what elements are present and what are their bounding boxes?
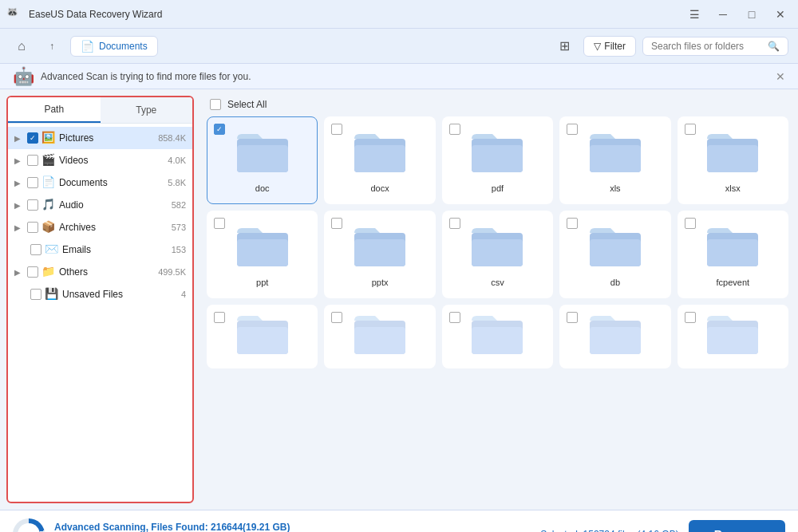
breadcrumb-label: Documents <box>99 41 148 52</box>
file-label-db: db <box>610 278 620 287</box>
card-checkbox-doc[interactable]: ✓ <box>214 124 225 135</box>
menu-button[interactable]: ☰ <box>683 3 705 26</box>
tab-path[interactable]: Path <box>8 97 101 123</box>
grid-view-button[interactable]: ⊞ <box>551 33 577 59</box>
file-card-pptx[interactable]: pptx <box>324 211 435 298</box>
file-card-db[interactable]: db <box>559 211 670 298</box>
sidebar-item-audio[interactable]: ▶ 🎵 Audio 582 <box>8 194 192 216</box>
select-all-checkbox[interactable] <box>210 99 221 110</box>
checkbox-others[interactable] <box>27 266 38 278</box>
folder-icon-fcpevent <box>705 219 760 271</box>
breadcrumb[interactable]: 📄 Documents <box>70 36 158 57</box>
folder-svg-db <box>588 222 642 270</box>
file-label-doc: doc <box>255 183 270 193</box>
checkbox-documents[interactable] <box>27 177 38 188</box>
card-checkbox-r3c3[interactable] <box>449 312 460 323</box>
file-card-doc[interactable]: ✓ doc <box>207 116 318 204</box>
sidebar-item-unsaved[interactable]: 💾 Unsaved Files 4 <box>8 283 192 305</box>
checkbox-videos[interactable] <box>27 155 38 166</box>
card-checkbox-csv[interactable] <box>449 218 460 229</box>
folder-svg-pptx <box>353 222 407 270</box>
svg-rect-1 <box>237 145 288 172</box>
progress-pct: 21% <box>18 523 40 533</box>
checkbox-audio[interactable] <box>27 199 38 211</box>
file-card-r3c3[interactable] <box>442 305 553 368</box>
notification-close[interactable]: ✕ <box>776 70 785 83</box>
home-button[interactable]: ⌂ <box>10 34 34 58</box>
maximize-button[interactable]: □ <box>741 3 763 26</box>
folder-icon-r3c3 <box>469 313 525 353</box>
archives-count: 573 <box>172 223 186 232</box>
file-card-docx[interactable]: docx <box>324 116 435 204</box>
svg-rect-21 <box>237 327 288 354</box>
recover-button[interactable]: Recover <box>689 520 785 533</box>
file-card-pdf[interactable]: pdf <box>442 116 553 204</box>
file-card-xls[interactable]: xls <box>559 116 670 204</box>
card-checkbox-r3c1[interactable] <box>214 312 225 323</box>
card-checkbox-r3c4[interactable] <box>567 312 578 323</box>
sidebar-item-pictures[interactable]: ▶ 🖼️ Pictures 858.4K <box>8 127 192 149</box>
folder-svg-xlsx <box>705 128 760 175</box>
documents-icon: 📄 <box>41 175 56 190</box>
folder-icon-r3c2 <box>352 313 408 353</box>
documents-icon: 📄 <box>81 40 94 53</box>
search-input[interactable] <box>651 41 763 52</box>
card-checkbox-xls[interactable] <box>567 124 578 135</box>
card-checkbox-fcpevent[interactable] <box>685 218 696 229</box>
sidebar-item-archives[interactable]: ▶ 📦 Archives 573 <box>8 216 192 238</box>
file-card-r3c5[interactable] <box>678 305 788 368</box>
card-checkbox-r3c2[interactable] <box>331 312 342 323</box>
sidebar: Path Type ▶ 🖼️ Pictures 858.4K ▶ 🎬 Video… <box>6 96 194 503</box>
sidebar-item-emails[interactable]: ✉️ Emails 153 <box>8 238 192 261</box>
scan-title: Advanced Scanning, Files Found: 216644(1… <box>54 522 531 533</box>
card-checkbox-ppt[interactable] <box>214 218 225 229</box>
checkbox-emails[interactable] <box>30 244 41 255</box>
folder-svg-r3c1 <box>235 309 290 357</box>
unsaved-count: 4 <box>181 290 186 299</box>
folder-icon-pptx <box>352 219 408 271</box>
file-card-fcpevent[interactable]: fcpevent <box>678 211 788 298</box>
checkbox-archives[interactable] <box>27 222 38 233</box>
file-card-csv[interactable]: csv <box>442 211 553 298</box>
audio-label: Audio <box>59 199 168 211</box>
tab-type[interactable]: Type <box>101 97 193 123</box>
folder-icon-db <box>587 219 643 271</box>
file-card-ppt[interactable]: ppt <box>207 211 318 298</box>
card-checkbox-r3c5[interactable] <box>685 312 696 323</box>
file-label-xls: xls <box>610 183 620 193</box>
folder-icon-ppt <box>235 219 290 271</box>
documents-label: Documents <box>59 177 164 188</box>
sidebar-item-videos[interactable]: ▶ 🎬 Videos 4.0K <box>8 149 192 171</box>
card-checkbox-docx[interactable] <box>331 124 342 135</box>
file-card-r3c4[interactable] <box>559 305 670 368</box>
status-right: Selected: 152734 files (4.16 GB) Recover <box>540 520 785 533</box>
sidebar-item-documents[interactable]: ▶ 📄 Documents 5.8K <box>8 171 192 194</box>
card-checkbox-xlsx[interactable] <box>685 124 696 135</box>
file-card-r3c2[interactable] <box>324 305 435 368</box>
svg-rect-25 <box>472 327 523 354</box>
sidebar-items: ▶ 🖼️ Pictures 858.4K ▶ 🎬 Videos 4.0K ▶ 📄… <box>8 124 192 502</box>
folder-svg-r3c2 <box>353 309 407 357</box>
close-button[interactable]: ✕ <box>769 3 792 26</box>
folder-svg-r3c3 <box>470 309 524 357</box>
card-checkbox-db[interactable] <box>567 218 578 229</box>
select-all-label[interactable]: Select All <box>227 99 267 110</box>
expand-arrow-others: ▶ <box>14 268 24 277</box>
toolbar-right: ⊞ ▽ Filter 🔍 <box>551 33 788 59</box>
filter-button[interactable]: ▽ Filter <box>583 36 636 57</box>
selected-info: Selected: 152734 files (4.16 GB) <box>540 529 678 533</box>
checkbox-unsaved[interactable] <box>30 289 41 300</box>
others-icon: 📁 <box>41 265 56 279</box>
minimize-button[interactable]: ─ <box>712 3 734 26</box>
documents-count: 5.8K <box>168 178 186 187</box>
checkbox-pictures[interactable] <box>27 132 38 144</box>
sidebar-item-others[interactable]: ▶ 📁 Others 499.5K <box>8 261 192 283</box>
folder-icon-xlsx <box>705 125 760 177</box>
up-button[interactable]: ↑ <box>40 34 64 58</box>
file-card-xlsx[interactable]: xlsx <box>678 116 788 204</box>
card-checkbox-pdf[interactable] <box>449 124 460 135</box>
card-checkbox-pptx[interactable] <box>331 218 342 229</box>
file-label-xlsx: xlsx <box>725 183 741 193</box>
file-card-r3c1[interactable] <box>207 305 318 368</box>
videos-label: Videos <box>59 155 164 166</box>
